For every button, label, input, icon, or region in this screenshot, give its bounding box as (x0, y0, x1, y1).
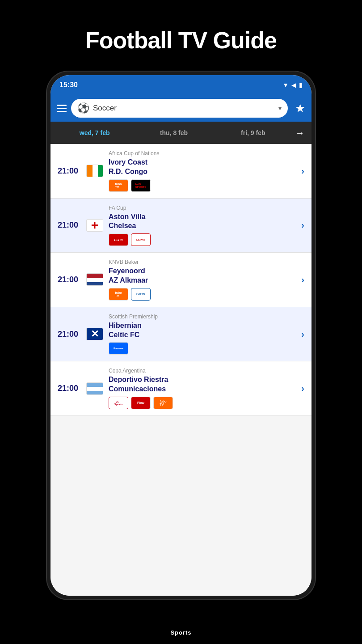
espnplus-logo: ESPN+ (131, 233, 151, 246)
app-header: ⚽ Soccer ▾ ★ (51, 95, 311, 122)
match-teams: Ivory CoastR.D. Congo (109, 158, 296, 177)
flag-scotland (86, 328, 103, 340)
signal-icon: ◀ (291, 81, 296, 89)
chevron-right-icon: › (301, 329, 304, 339)
chevron-right-icon: › (301, 275, 304, 285)
channel-logos: Param+ (109, 342, 296, 355)
date-tabs: wed, 7 feb thu, 8 feb fri, 9 feb → (51, 122, 311, 144)
bein-logo: beINSPORTS (131, 179, 151, 192)
hamburger-menu[interactable] (57, 105, 67, 112)
match-teams: HibernianCeltic FC (109, 321, 296, 340)
chevron-right-icon: › (301, 166, 304, 176)
wifi-icon: ▼ (282, 81, 289, 89)
channel-logos: fuboTV beINSPORTS (109, 179, 296, 192)
date-tab-fri[interactable]: fri, 9 feb (214, 123, 293, 143)
competition-name: Copa Argentina (109, 368, 296, 374)
gotv-logo: GOTV (131, 288, 151, 301)
fubo-logo: fuboTV (153, 397, 173, 409)
match-time: 21:00 (58, 330, 81, 339)
competition-name: KNVB Beker (109, 259, 296, 265)
match-info: Africa Cup of Nations Ivory CoastR.D. Co… (109, 150, 296, 192)
match-info: Copa Argentina Deportivo RiestraComunica… (109, 368, 296, 409)
flag-england (86, 219, 103, 232)
page-title: Football TV Guide (85, 27, 277, 54)
match-item[interactable]: 21:00 Scottish Premiership HibernianCelt… (51, 307, 311, 362)
flag-ivory-coast (86, 165, 103, 177)
match-teams: Aston VillaChelsea (109, 212, 296, 231)
fubo-logo: fuboTV (109, 288, 128, 301)
flag-netherlands (86, 273, 103, 286)
competition-name: Scottish Premiership (109, 314, 296, 320)
match-info: FA Cup Aston VillaChelsea ESPN ESPN+ (109, 205, 296, 246)
paramount-logo: Param+ (109, 342, 128, 355)
status-icons: ▼ ◀ ▮ (282, 81, 303, 89)
dropdown-arrow-icon: ▾ (278, 105, 282, 112)
matches-list: 21:00 Africa Cup of Nations Ivory CoastR… (51, 144, 311, 596)
sport-selector[interactable]: ⚽ Soccer ▾ (71, 99, 288, 118)
match-info: KNVB Beker FeyenoordAZ Alkmaar fuboTV GO… (109, 259, 296, 301)
date-tab-wed[interactable]: wed, 7 feb (55, 123, 134, 143)
fubo-logo: fuboTV (109, 179, 128, 192)
status-bar: 15:30 ▼ ◀ ▮ (51, 75, 311, 95)
status-time: 15:30 (59, 81, 78, 89)
favorites-button[interactable]: ★ (295, 102, 305, 115)
match-item[interactable]: 21:00 Africa Cup of Nations Ivory CoastR… (51, 144, 311, 199)
match-teams: FeyenoordAZ Alkmaar (109, 267, 296, 285)
competition-name: Africa Cup of Nations (109, 150, 296, 157)
sports-bottom-label: Sports (170, 629, 191, 636)
match-time: 21:00 (58, 166, 81, 176)
competition-name: FA Cup (109, 205, 296, 211)
match-item[interactable]: 21:00 KNVB Beker FeyenoordAZ Alkmaar fub… (51, 253, 311, 307)
match-info: Scottish Premiership HibernianCeltic FC … (109, 314, 296, 355)
match-time: 21:00 (58, 220, 81, 230)
date-tab-thu[interactable]: thu, 8 feb (134, 123, 213, 143)
channel-logos: ESPN ESPN+ (109, 233, 296, 246)
match-item[interactable]: 21:00 Copa Argentina Deportivo RiestraCo… (51, 361, 311, 416)
tyc-logo: TyCSports (109, 397, 128, 409)
chevron-right-icon: › (301, 220, 304, 230)
match-item[interactable]: 21:00 FA Cup Aston VillaChelsea ESPN ESP… (51, 199, 311, 253)
soccer-ball-icon: ⚽ (77, 102, 89, 114)
battery-icon: ▮ (299, 81, 303, 89)
sport-label: Soccer (93, 104, 275, 113)
match-time: 21:00 (58, 275, 81, 284)
phone-device: 15:30 ▼ ◀ ▮ ⚽ Soccer ▾ ★ wed, 7 feb (47, 72, 315, 599)
espn-logo: ESPN (109, 233, 128, 246)
channel-logos: fuboTV GOTV (109, 288, 296, 301)
date-next-arrow[interactable]: → (293, 128, 307, 138)
chevron-right-icon: › (301, 383, 304, 394)
flag-argentina (86, 382, 103, 395)
match-time: 21:00 (58, 384, 81, 393)
match-teams: Deportivo RiestraComunicaciones (109, 375, 296, 394)
channel-logos: TyCSports Flow fuboTV (109, 397, 296, 409)
flow-logo: Flow (131, 397, 151, 409)
